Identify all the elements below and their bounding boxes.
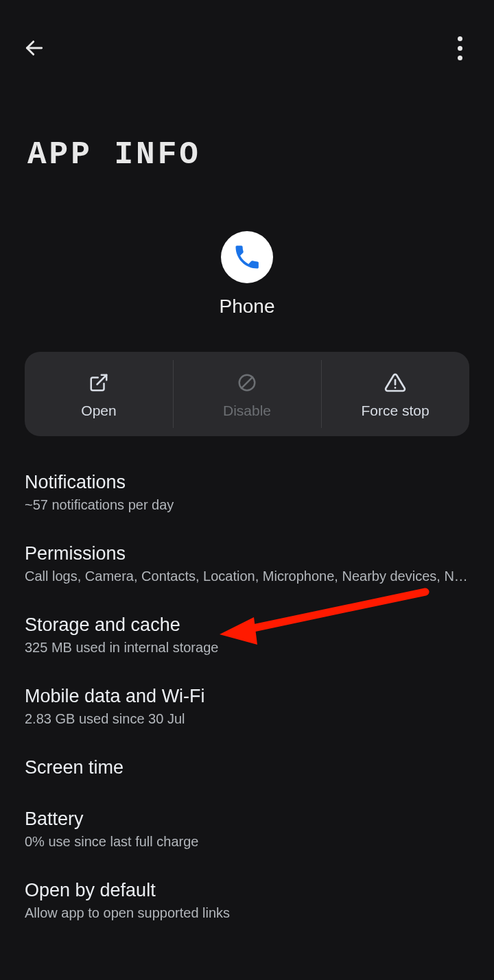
permissions-item[interactable]: Permissions Call logs, Camera, Contacts,…	[25, 528, 469, 599]
force-stop-button[interactable]: Force stop	[321, 352, 469, 436]
storage-and-cache-item[interactable]: Storage and cache 325 MB used in interna…	[25, 599, 469, 671]
permissions-sub: Call logs, Camera, Contacts, Location, M…	[25, 569, 469, 584]
notifications-title: Notifications	[25, 472, 469, 493]
svg-line-1	[97, 375, 107, 385]
open-default-title: Open by default	[25, 880, 469, 901]
permissions-title: Permissions	[25, 543, 469, 564]
notifications-sub: ~57 notifications per day	[25, 497, 469, 513]
svg-line-3	[242, 377, 252, 388]
disable-button[interactable]: Disable	[173, 352, 321, 436]
more-vertical-icon	[458, 36, 462, 60]
open-by-default-item[interactable]: Open by default Allow app to open suppor…	[25, 865, 469, 936]
more-options-button[interactable]	[446, 34, 473, 62]
disable-label: Disable	[223, 403, 271, 419]
battery-item[interactable]: Battery 0% use since last full charge	[25, 793, 469, 865]
warning-icon	[384, 372, 406, 394]
force-stop-label: Force stop	[361, 403, 429, 419]
storage-title: Storage and cache	[25, 614, 469, 636]
back-button[interactable]	[21, 34, 48, 62]
notifications-item[interactable]: Notifications ~57 notifications per day	[25, 457, 469, 528]
battery-title: Battery	[25, 809, 469, 830]
app-name: Phone	[220, 296, 275, 318]
storage-sub: 325 MB used in internal storage	[25, 640, 469, 656]
open-default-sub: Allow app to open supported links	[25, 905, 469, 921]
open-label: Open	[81, 403, 116, 419]
screen-time-item[interactable]: Screen time	[25, 742, 469, 793]
open-button[interactable]: Open	[25, 352, 173, 436]
data-title: Mobile data and Wi-Fi	[25, 686, 469, 707]
battery-sub: 0% use since last full charge	[25, 834, 469, 850]
back-arrow-icon	[23, 37, 45, 59]
phone-icon	[232, 242, 262, 272]
screen-time-title: Screen time	[25, 757, 469, 778]
open-icon	[89, 372, 109, 393]
app-icon	[221, 231, 273, 283]
page-title: APP INFO	[27, 137, 494, 173]
disable-icon	[237, 372, 257, 393]
mobile-data-wifi-item[interactable]: Mobile data and Wi-Fi 2.83 GB used since…	[25, 671, 469, 742]
data-sub: 2.83 GB used since 30 Jul	[25, 711, 469, 727]
